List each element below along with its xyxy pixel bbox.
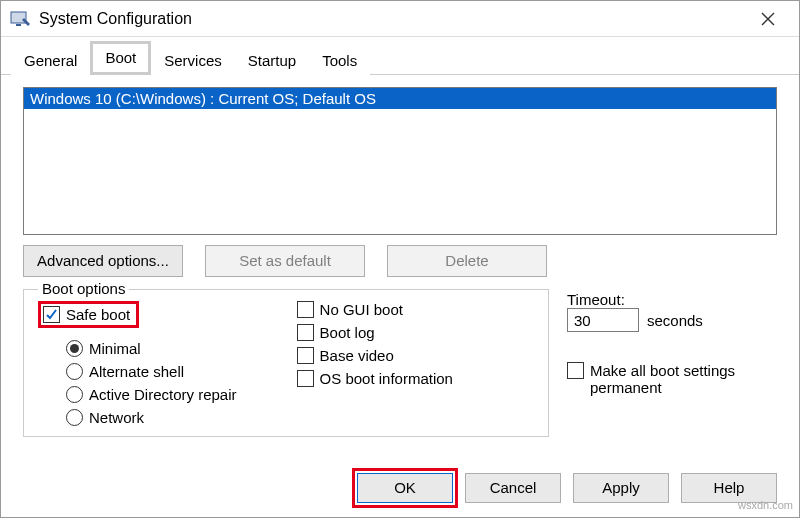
- tab-content-boot: Windows 10 (C:\Windows) : Current OS; De…: [1, 75, 799, 445]
- lower-panel: Boot options Safe boot Minimal: [23, 289, 777, 437]
- timeout-unit: seconds: [647, 312, 703, 329]
- radio-ad-repair-label: Active Directory repair: [89, 386, 237, 403]
- radio-icon: [66, 340, 83, 357]
- ok-button[interactable]: OK: [357, 473, 453, 503]
- tab-tools[interactable]: Tools: [309, 46, 370, 75]
- tab-startup[interactable]: Startup: [235, 46, 309, 75]
- boot-flags-column: No GUI boot Boot log Base video OS: [297, 301, 453, 426]
- svg-rect-1: [16, 24, 21, 26]
- permanent-label: Make all boot settings permanent: [590, 362, 760, 396]
- boot-toolbar: Advanced options... Set as default Delet…: [23, 245, 777, 277]
- radio-icon: [66, 363, 83, 380]
- base-video-label: Base video: [320, 347, 394, 364]
- checkbox-icon: [297, 370, 314, 387]
- right-pane: Timeout: seconds Make all boot settings …: [567, 289, 777, 437]
- safe-boot-column: Safe boot Minimal Alternate shell: [38, 301, 237, 426]
- system-configuration-window: System Configuration General Boot Servic…: [0, 0, 800, 518]
- checkbox-icon: [297, 301, 314, 318]
- boot-options-group: Boot options Safe boot Minimal: [23, 289, 549, 437]
- safe-boot-checkbox[interactable]: Safe boot: [38, 301, 139, 328]
- radio-minimal[interactable]: Minimal: [66, 340, 237, 357]
- radio-alternate-shell[interactable]: Alternate shell: [66, 363, 237, 380]
- window-title: System Configuration: [39, 10, 745, 28]
- boot-log-label: Boot log: [320, 324, 375, 341]
- tab-boot[interactable]: Boot: [90, 41, 151, 75]
- no-gui-label: No GUI boot: [320, 301, 403, 318]
- checkbox-icon: [43, 306, 60, 323]
- radio-icon: [66, 386, 83, 403]
- app-icon: [9, 8, 31, 30]
- apply-button[interactable]: Apply: [573, 473, 669, 503]
- delete-button: Delete: [387, 245, 547, 277]
- os-list-item[interactable]: Windows 10 (C:\Windows) : Current OS; De…: [24, 88, 776, 109]
- checkbox-icon: [567, 362, 584, 379]
- cancel-button[interactable]: Cancel: [465, 473, 561, 503]
- tab-strip: General Boot Services Startup Tools: [1, 41, 799, 75]
- tab-general[interactable]: General: [11, 46, 90, 75]
- base-video-checkbox[interactable]: Base video: [297, 347, 453, 364]
- dialog-footer: OK Cancel Apply Help: [357, 473, 777, 503]
- os-listbox[interactable]: Windows 10 (C:\Windows) : Current OS; De…: [23, 87, 777, 235]
- set-default-button: Set as default: [205, 245, 365, 277]
- radio-icon: [66, 409, 83, 426]
- os-info-checkbox[interactable]: OS boot information: [297, 370, 453, 387]
- timeout-label: Timeout:: [567, 291, 777, 308]
- radio-minimal-label: Minimal: [89, 340, 141, 357]
- checkbox-icon: [297, 324, 314, 341]
- boot-options-legend: Boot options: [38, 280, 129, 297]
- checkbox-icon: [297, 347, 314, 364]
- no-gui-checkbox[interactable]: No GUI boot: [297, 301, 453, 318]
- radio-network[interactable]: Network: [66, 409, 237, 426]
- permanent-checkbox[interactable]: Make all boot settings permanent: [567, 362, 777, 396]
- radio-network-label: Network: [89, 409, 144, 426]
- safe-boot-label: Safe boot: [66, 306, 130, 323]
- titlebar: System Configuration: [1, 1, 799, 37]
- boot-log-checkbox[interactable]: Boot log: [297, 324, 453, 341]
- watermark: wsxdn.com: [738, 499, 793, 511]
- advanced-options-button[interactable]: Advanced options...: [23, 245, 183, 277]
- radio-alt-shell-label: Alternate shell: [89, 363, 184, 380]
- close-button[interactable]: [745, 4, 791, 34]
- timeout-input[interactable]: [567, 308, 639, 332]
- safe-boot-radio-group: Minimal Alternate shell Active Directory…: [66, 340, 237, 426]
- radio-ad-repair[interactable]: Active Directory repair: [66, 386, 237, 403]
- tab-services[interactable]: Services: [151, 46, 235, 75]
- os-info-label: OS boot information: [320, 370, 453, 387]
- timeout-group: Timeout: seconds: [567, 291, 777, 332]
